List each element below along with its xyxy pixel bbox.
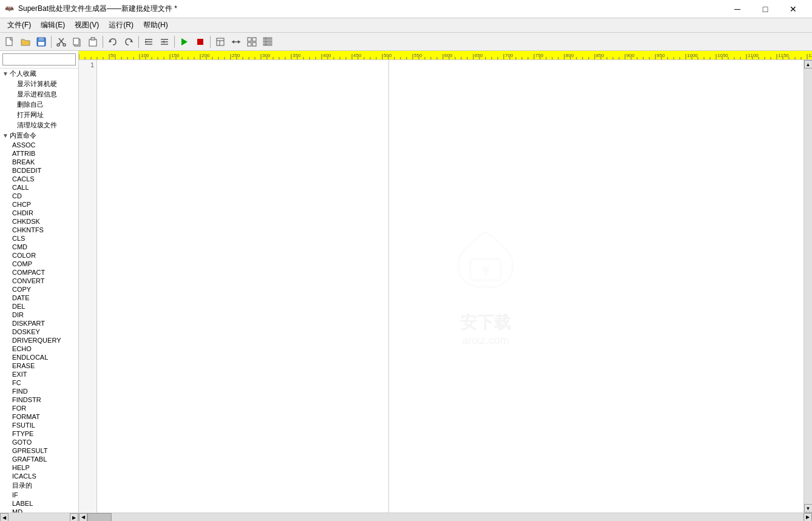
cmd-fc[interactable]: FC <box>0 378 78 387</box>
paste-button[interactable] <box>86 35 100 49</box>
cmd-cls[interactable]: CLS <box>0 234 78 243</box>
cmd-bcdedit[interactable]: BCDEDIT <box>0 166 78 175</box>
cmd-label[interactable]: LABEL <box>0 499 78 508</box>
menu-edit[interactable]: 编辑(E) <box>36 19 70 32</box>
bottom-scrollbar: ◀ ▶ <box>79 513 812 521</box>
sep2 <box>103 36 103 48</box>
cmd-cd[interactable]: CD <box>0 192 78 200</box>
copy-tb-button[interactable] <box>70 35 84 49</box>
run-button[interactable] <box>177 35 192 49</box>
svg-text:300: 300 <box>262 53 271 58</box>
svg-text:1000: 1000 <box>687 53 698 58</box>
cmd-compact[interactable]: COMPACT <box>0 268 78 277</box>
cmd-diskpart[interactable]: DISKPART <box>0 319 78 328</box>
cmd-help[interactable]: HELP <box>0 463 78 472</box>
menu-view[interactable]: 视图(V) <box>70 19 104 32</box>
cmd-dirof[interactable]: 目录的 <box>0 480 78 491</box>
close-button[interactable]: ✕ <box>779 0 807 18</box>
search-box <box>0 51 78 69</box>
minimize-button[interactable]: ─ <box>723 0 751 18</box>
cmd-icacls[interactable]: ICACLS <box>0 472 78 480</box>
builtin-group-header[interactable]: ▼ 内置命令 <box>0 130 78 141</box>
stop-button[interactable] <box>193 35 208 49</box>
line-number-1: 1 <box>81 61 94 69</box>
grid-button[interactable] <box>245 35 259 49</box>
cmd-if[interactable]: IF <box>0 491 78 499</box>
cmd-attrib[interactable]: ATTRIB <box>0 149 78 158</box>
title-bar-left: 🦇 SuperBat批处理文件生成器——新建批处理文件 * <box>5 4 177 14</box>
sep1 <box>51 36 52 48</box>
hscroll-thumb[interactable] <box>87 513 112 522</box>
cmd-dir[interactable]: DIR <box>0 311 78 319</box>
cmd-chkntfs[interactable]: CHKNTFS <box>0 226 78 234</box>
cmd-comp[interactable]: COMP <box>0 260 78 268</box>
cmd-for[interactable]: FOR <box>0 404 78 412</box>
cmd-cmd[interactable]: CMD <box>0 243 78 251</box>
menu-run[interactable]: 运行(R) <box>104 19 138 32</box>
cmd-doskey[interactable]: DOSKEY <box>0 328 78 336</box>
cmd-endlocal[interactable]: ENDLOCAL <box>0 353 78 361</box>
cmd-ftype[interactable]: FTYPE <box>0 429 78 438</box>
cut-button[interactable] <box>54 35 69 49</box>
hscroll-right[interactable]: ▶ <box>804 513 812 522</box>
fav-item-4[interactable]: 打开网址 <box>0 110 78 120</box>
svg-text:250: 250 <box>232 53 240 58</box>
favorites-group-header[interactable]: ▼ 个人收藏 <box>0 69 78 79</box>
cmd-findstr[interactable]: FINDSTR <box>0 395 78 404</box>
cmd-find[interactable]: FIND <box>0 387 78 395</box>
left-scroll-left[interactable]: ◀ <box>0 513 8 521</box>
cmd-md[interactable]: MD <box>0 508 78 513</box>
fav-item-5[interactable]: 清理垃圾文件 <box>0 120 78 130</box>
vscroll-down[interactable]: ▼ <box>804 504 813 513</box>
search-input[interactable] <box>2 53 76 66</box>
outdent-button[interactable] <box>157 35 172 49</box>
template-button[interactable] <box>213 35 228 49</box>
cmd-del[interactable]: DEL <box>0 302 78 311</box>
extra-button[interactable] <box>260 35 275 49</box>
left-scroll-right[interactable]: ▶ <box>70 513 78 521</box>
cmd-chdir[interactable]: CHDIR <box>0 209 78 217</box>
save-button[interactable] <box>34 35 49 49</box>
left-hscrollbar: ◀ ▶ <box>0 513 78 521</box>
cmd-date[interactable]: DATE <box>0 294 78 302</box>
arrows-button[interactable] <box>229 35 243 49</box>
hscroll-left[interactable]: ◀ <box>79 513 87 522</box>
cmd-echo[interactable]: ECHO <box>0 345 78 353</box>
cmd-chkdsk[interactable]: CHKDSK <box>0 217 78 226</box>
cmd-call[interactable]: CALL <box>0 183 78 192</box>
svg-marker-21 <box>162 41 164 43</box>
editor-content[interactable]: 安下载 anxz.com <box>97 60 804 513</box>
cmd-goto[interactable]: GOTO <box>0 438 78 446</box>
vscroll-up[interactable]: ▲ <box>804 60 813 69</box>
cmd-erase[interactable]: ERASE <box>0 361 78 370</box>
cmd-driverquery[interactable]: DRIVERQUERY <box>0 336 78 345</box>
window-controls: ─ □ ✕ <box>723 0 807 18</box>
cmd-exit[interactable]: EXIT <box>0 370 78 378</box>
svg-text:500: 500 <box>384 53 392 58</box>
redo-button[interactable] <box>121 35 136 49</box>
cmd-color[interactable]: COLOR <box>0 251 78 260</box>
menu-file[interactable]: 文件(F) <box>2 19 36 32</box>
menu-help[interactable]: 帮助(H) <box>138 19 173 32</box>
vscroll-track <box>804 69 813 504</box>
fav-item-2[interactable]: 显示进程信息 <box>0 89 78 99</box>
fav-item-3[interactable]: 删除自己 <box>0 99 78 110</box>
cmd-assoc[interactable]: ASSOC <box>0 141 78 149</box>
indent-button[interactable] <box>141 35 156 49</box>
cmd-graftabl[interactable]: GRAFTABL <box>0 455 78 463</box>
cmd-format[interactable]: FORMAT <box>0 412 78 421</box>
cmd-cacls[interactable]: CACLS <box>0 175 78 183</box>
cmd-break[interactable]: BREAK <box>0 158 78 166</box>
fav-item-1[interactable]: 显示计算机硬 <box>0 79 78 89</box>
cmd-gpresult[interactable]: GPRESULT <box>0 446 78 455</box>
open-button[interactable] <box>18 35 33 49</box>
cmd-chcp[interactable]: CHCP <box>0 200 78 209</box>
maximize-button[interactable]: □ <box>751 0 779 18</box>
cmd-fsutil[interactable]: FSUTIL <box>0 421 78 429</box>
favorites-label: 个人收藏 <box>10 69 36 78</box>
new-button[interactable] <box>2 35 17 49</box>
cmd-copy[interactable]: COPY <box>0 285 78 294</box>
undo-button[interactable] <box>106 35 120 49</box>
cmd-convert[interactable]: CONVERT <box>0 277 78 285</box>
svg-marker-13 <box>130 39 133 42</box>
